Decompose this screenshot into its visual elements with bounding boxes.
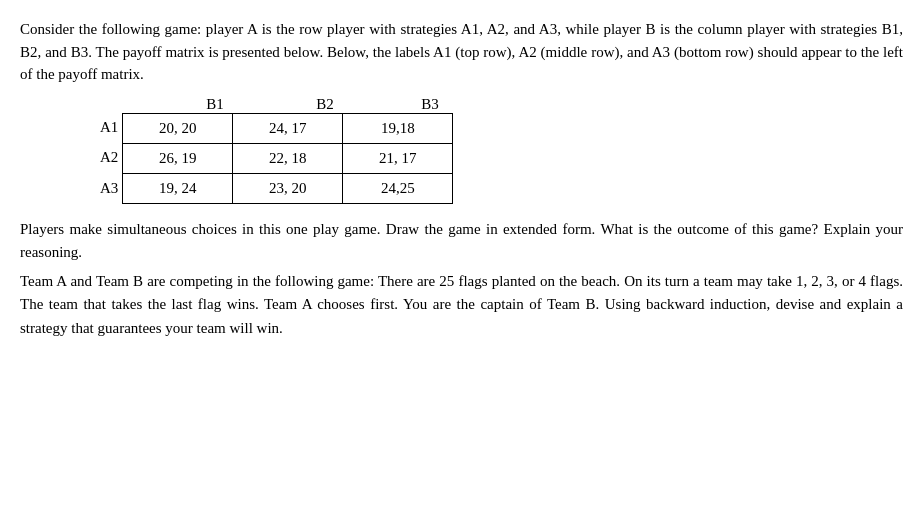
intro-paragraph: Consider the following game: player A is…	[20, 18, 903, 86]
cell-a3-b1: 19, 24	[123, 173, 233, 203]
cell-a1-b2: 24, 17	[233, 113, 343, 143]
cell-a1-b3: 19,18	[343, 113, 453, 143]
table-row: 19, 24 23, 20 24,25	[123, 173, 453, 203]
table-row: 26, 19 22, 18 21, 17	[123, 143, 453, 173]
col-header-b3: B3	[380, 96, 480, 113]
paragraph-simultaneous: Players make simultaneous choices in thi…	[20, 218, 903, 265]
cell-a2-b1: 26, 19	[123, 143, 233, 173]
cell-a2-b3: 21, 17	[343, 143, 453, 173]
payoff-table-container: B1 B2 B3 A1 A2 A3 20, 20 24, 17 19,18 26…	[100, 96, 903, 204]
row-label-a1: A1	[100, 113, 122, 143]
col-header-b1: B1	[160, 96, 270, 113]
cell-a1-b1: 20, 20	[123, 113, 233, 143]
cell-a3-b3: 24,25	[343, 173, 453, 203]
table-row: 20, 20 24, 17 19,18	[123, 113, 453, 143]
cell-a3-b2: 23, 20	[233, 173, 343, 203]
cell-a2-b2: 22, 18	[233, 143, 343, 173]
payoff-matrix: 20, 20 24, 17 19,18 26, 19 22, 18 21, 17…	[122, 113, 453, 204]
row-label-a3: A3	[100, 173, 122, 203]
row-labels: A1 A2 A3	[100, 113, 122, 204]
bottom-paragraphs: Players make simultaneous choices in thi…	[20, 218, 903, 340]
col-header-b2: B2	[270, 96, 380, 113]
column-headers: B1 B2 B3	[160, 96, 480, 113]
content-area: Consider the following game: player A is…	[20, 18, 903, 340]
table-body: A1 A2 A3 20, 20 24, 17 19,18 26, 19 22, …	[100, 113, 453, 204]
row-label-a2: A2	[100, 143, 122, 173]
paragraph-flags: Team A and Team B are competing in the f…	[20, 270, 903, 340]
